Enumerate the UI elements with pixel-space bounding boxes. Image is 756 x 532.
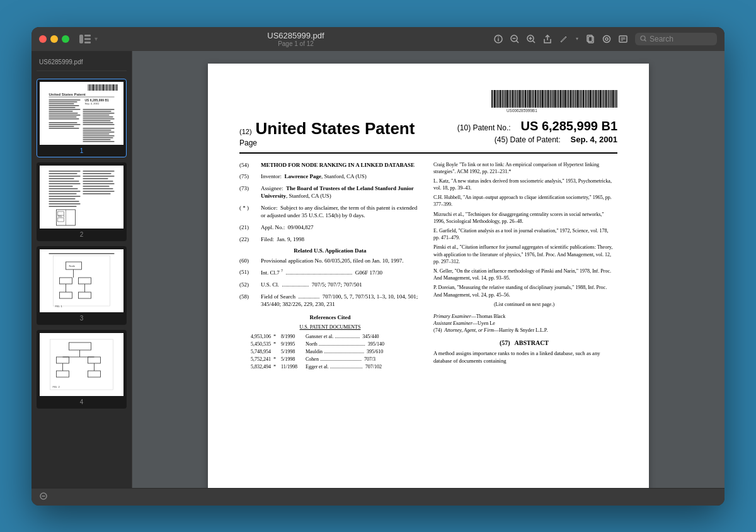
svg-rect-226 [617,90,617,108]
svg-rect-91 [49,198,76,200]
primary-examiner-name: Thomas Black [476,314,505,319]
filed-row: (22) Filed: Jan. 9, 1998 [239,235,421,244]
ref-star-5: * [273,363,278,370]
ref-inventor-5: Egger et al. .......................... [306,363,363,370]
svg-rect-50 [49,105,79,106]
svg-rect-39 [112,84,112,91]
fos-label: Field of Search [261,293,295,300]
search-bar[interactable]: Search [635,33,717,45]
fos-content: Field of Search ............... 707/100,… [261,293,421,308]
svg-rect-72 [83,130,112,131]
assignee-row: (73) Assignee: The Board of Trustees of … [239,184,421,200]
svg-rect-168 [535,90,536,108]
svg-rect-47 [49,99,81,101]
svg-rect-40 [113,84,115,91]
maximize-button[interactable] [62,35,69,43]
zoom-in-icon[interactable] [527,35,536,43]
pen-dropdown-icon[interactable]: ▾ [576,36,578,42]
svg-rect-38 [110,84,111,91]
svg-rect-165 [531,90,532,108]
right-ref-7: N. Geller, "On the citation influence me… [433,268,615,281]
minimize-button[interactable] [50,35,58,43]
page-icon[interactable] [586,35,595,43]
sidebar-filename: US6285999.pdf [37,56,127,71]
ref-class-4: 707/3 [364,356,375,363]
ref-star-3 [273,348,278,355]
thumb-content-4: FIG. 2 [40,333,123,396]
annotate-icon[interactable] [602,35,611,43]
share-icon[interactable] [543,35,552,43]
ref-class-2: 395/140 [368,341,384,348]
svg-rect-201 [581,90,582,108]
search-icon [640,35,646,43]
inventor-content: Inventor: Lawrence Page, Stanford, CA (U… [261,173,421,181]
svg-rect-85 [49,183,81,184]
thumb-page-num-3: 3 [40,315,123,322]
svg-rect-217 [604,90,605,108]
appl-no-num: (21) [239,224,258,232]
svg-rect-29 [95,84,96,91]
svg-rect-2 [84,38,91,40]
svg-rect-77 [83,139,111,140]
filed-label: Filed: [261,236,274,242]
thumb-page-num-1: 1 [40,147,123,154]
svg-rect-75 [83,135,115,137]
svg-rect-5 [498,38,498,41]
svg-rect-225 [616,90,617,108]
svg-rect-73 [83,132,115,133]
ref-num-3: 5,748,954 [239,348,271,355]
svg-rect-192 [569,90,570,108]
us-patent-docs-label: U.S. PATENT DOCUMENTS [239,324,421,331]
notes-icon[interactable] [619,35,627,43]
page-thumb-3[interactable]: Node FIG. 1 3 [37,246,127,325]
svg-rect-208 [592,90,592,108]
zoom-out-icon[interactable] [510,35,519,43]
svg-rect-163 [528,90,529,108]
svg-rect-54 [49,113,78,114]
svg-rect-160 [524,90,524,108]
svg-rect-155 [517,90,517,108]
fos-num: (58) [239,293,258,308]
svg-rect-198 [577,90,578,108]
page-thumb-4[interactable]: FIG. 2 4 [37,330,127,409]
svg-rect-48 [49,101,77,103]
svg-point-6 [498,36,499,37]
titlebar-tools: ▾ [494,33,717,45]
svg-rect-36 [106,84,108,91]
titlebar-center: US6285999.pdf Page 1 of 12 [103,31,489,47]
assignee-content: Assignee: The Board of Trustees of the L… [261,184,421,200]
right-ref-6: Pinski et al., "Citation influence for j… [433,244,615,265]
main-area: US6285999.pdf [32,51,724,488]
svg-rect-26 [89,84,91,91]
svg-rect-186 [560,90,561,108]
svg-rect-166 [532,90,534,108]
pen-icon[interactable] [559,35,568,43]
ref-inventor-4: Cohen ................................. [306,356,362,363]
close-button[interactable] [39,35,47,43]
assignee-num: (73) [239,184,258,200]
barcode-svg: US006285999B1 [491,89,617,114]
svg-rect-151 [511,90,512,108]
svg-rect-88 [49,191,81,192]
svg-rect-149 [508,90,509,108]
page-thumb-1[interactable]: United States Patent US 6,285,999 B1 Sep… [37,79,127,157]
info-icon[interactable] [494,35,503,43]
svg-line-9 [517,40,519,43]
chevron-icon[interactable]: ▾ [94,35,98,42]
svg-rect-213 [598,90,600,108]
bottom-icon[interactable] [39,492,48,502]
svg-text:Sep. 4, 2001: Sep. 4, 2001 [85,102,100,105]
filed-num: (22) [239,235,258,244]
inventor-name: Lawrence Page [285,173,322,179]
svg-rect-144 [501,90,502,108]
doc-area[interactable]: US006285999B1 (12) United States Patent … [132,51,724,488]
sidebar-toggle-icon[interactable] [79,35,91,43]
svg-rect-66 [83,116,113,118]
patent-ref-row-4: 5,752,241 * 5/1998 Cohen ...............… [239,356,421,363]
svg-rect-148 [507,90,508,108]
appl-no-label: Appl. No.: [261,224,285,230]
page-thumb-2[interactable]: FIG. 1 2 [37,162,127,241]
app-window: ▾ US6285999.pdf Page 1 of 12 [32,27,724,506]
ref-date-2: 9/1995 [281,341,303,348]
svg-rect-31 [98,84,99,91]
